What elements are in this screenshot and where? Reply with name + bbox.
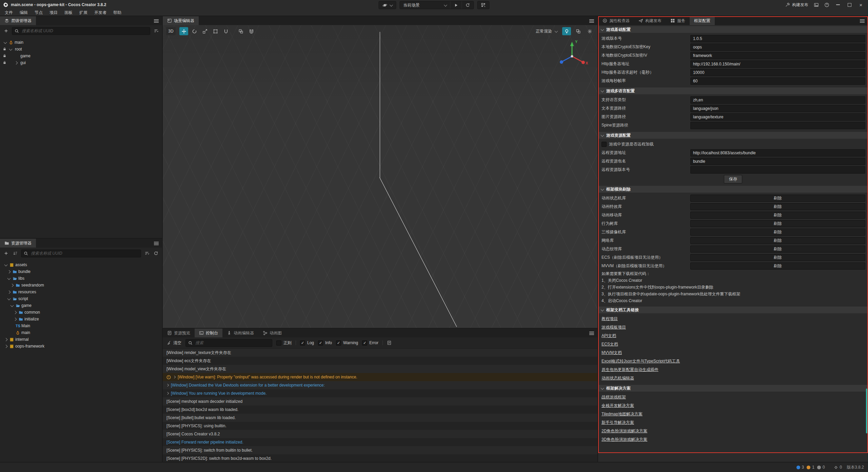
- log-row[interactable]: [Window] You are running Vue in developm…: [163, 389, 597, 397]
- doc-link[interactable]: ECS文档: [601, 341, 618, 347]
- section-header-res[interactable]: 游戏资源配置: [598, 132, 868, 139]
- doc-link[interactable]: 全栈开发解决方案: [601, 403, 634, 409]
- text-input[interactable]: framework: [690, 52, 865, 59]
- tree-item-initialize[interactable]: initialize: [0, 316, 162, 322]
- chevron-down-icon[interactable]: [11, 305, 16, 307]
- section-header-basic[interactable]: 游戏基础配置: [598, 26, 868, 33]
- tab-assets[interactable]: 资源管理器: [0, 239, 36, 248]
- chevron-right-icon[interactable]: [11, 284, 16, 287]
- log-row[interactable]: [Scene] [PHYSICS]: using builtin.: [163, 422, 597, 430]
- log-row[interactable]: [Scene] [PHYSICS2D]: switch from box2d-w…: [163, 454, 597, 462]
- chevron-right-icon[interactable]: [8, 291, 13, 293]
- remove-module-button[interactable]: 剔除: [690, 245, 865, 253]
- text-input[interactable]: http://localhost:8083/assets/bundle: [690, 149, 865, 157]
- text-input[interactable]: 1.0.5: [690, 35, 865, 42]
- refresh-icon[interactable]: [153, 250, 159, 257]
- log-row[interactable]: [Window] model_view文件夹存在: [163, 365, 597, 373]
- tab-plane[interactable]: 构建发布: [634, 16, 666, 25]
- log-row[interactable]: [Scene] meshopt wasm decoder initialized: [163, 397, 597, 406]
- section-header-lang[interactable]: 游戏多语言配置: [598, 87, 868, 94]
- menu-item-4[interactable]: 面板: [61, 10, 76, 16]
- doc-link[interactable]: Excel格式转Json文件与TypeScript代码工具: [601, 358, 680, 364]
- chevron-right-icon[interactable]: [14, 311, 19, 314]
- remove-module-button[interactable]: 剔除: [690, 254, 865, 261]
- panel-menu-icon[interactable]: [154, 19, 159, 23]
- remove-module-button[interactable]: 剔除: [690, 262, 865, 270]
- menu-item-2[interactable]: 节点: [31, 10, 46, 16]
- menu-item-7[interactable]: 帮助: [110, 10, 125, 16]
- tree-item-gui[interactable]: gui: [0, 59, 162, 66]
- text-input[interactable]: bundle: [690, 158, 865, 165]
- log-row[interactable]: [Window] ecs文件夹存在: [163, 357, 597, 365]
- text-input[interactable]: language/texture: [690, 113, 865, 121]
- tab-hierarchy[interactable]: 层级管理器: [0, 16, 36, 25]
- restart-button[interactable]: [462, 1, 474, 9]
- tab-doc[interactable]: 资源预览: [163, 329, 195, 337]
- menu-item-1[interactable]: 编辑: [16, 10, 31, 16]
- platform-select-dropdown[interactable]: [379, 1, 396, 9]
- remote-load-checkbox[interactable]: [601, 142, 607, 147]
- expand-chevron-icon[interactable]: [173, 376, 176, 378]
- help-icon[interactable]: [824, 2, 829, 7]
- axis-gizmo[interactable]: Y X: [556, 39, 588, 71]
- remove-module-button[interactable]: 剔除: [690, 195, 865, 202]
- panel-menu-icon[interactable]: [589, 332, 594, 335]
- console-search-input[interactable]: [195, 340, 270, 346]
- tab-scene-editor[interactable]: 场景编辑器: [163, 16, 199, 25]
- chevron-down-icon[interactable]: [4, 42, 9, 43]
- chevron-right-icon[interactable]: [8, 271, 13, 273]
- tab-framework-config[interactable]: 框架配置: [690, 16, 715, 25]
- rect-tool-button[interactable]: [211, 27, 220, 35]
- close-button[interactable]: ×: [858, 2, 864, 8]
- rotate-tool-button[interactable]: [190, 27, 199, 35]
- magnet-tool-button[interactable]: [247, 27, 256, 35]
- tree-item-resources[interactable]: resources: [0, 289, 162, 295]
- scale-tool-button[interactable]: [200, 27, 209, 35]
- chevron-down-icon[interactable]: [8, 278, 13, 279]
- tab-services[interactable]: 服务: [666, 16, 690, 25]
- remove-module-button[interactable]: 剔除: [690, 212, 865, 219]
- build-publish-button[interactable]: 构建发布: [785, 2, 808, 8]
- tree-item-libs[interactable]: libs: [0, 275, 162, 282]
- tree-item-main[interactable]: main: [0, 329, 162, 336]
- doc-link[interactable]: MVVM文档: [601, 350, 622, 356]
- tree-item-main[interactable]: main: [0, 39, 162, 46]
- text-input[interactable]: 10000: [690, 69, 865, 76]
- panel-menu-icon[interactable]: [589, 19, 594, 23]
- message-count-gray[interactable]: 0: [817, 465, 825, 470]
- filter-checkbox-log[interactable]: ✓Log: [300, 340, 314, 346]
- filter-list-icon[interactable]: [143, 250, 150, 257]
- log-row[interactable]: [Scene] [box2d]:box2d wasm lib loaded.: [163, 406, 597, 414]
- remove-module-button[interactable]: 剔除: [690, 220, 865, 227]
- render-mode-dropdown[interactable]: 正常渲染: [534, 28, 559, 34]
- expand-chevron-icon[interactable]: [166, 384, 169, 387]
- play-button[interactable]: [451, 1, 462, 9]
- text-input[interactable]: oops: [690, 43, 865, 51]
- tab-terminal[interactable]: 控制台: [195, 329, 222, 337]
- scrollbar-thumb[interactable]: [866, 389, 868, 433]
- expand-chevron-icon[interactable]: [166, 392, 169, 395]
- image-preview-icon[interactable]: [814, 2, 819, 7]
- menu-item-6[interactable]: 开发者: [91, 10, 110, 16]
- chevron-right-icon[interactable]: [5, 338, 9, 341]
- sort-icon[interactable]: [12, 250, 19, 257]
- notification-count[interactable]: 0: [834, 465, 842, 470]
- snap-tool-button[interactable]: [236, 27, 245, 35]
- hierarchy-search-input[interactable]: [21, 28, 147, 34]
- move-tool-button[interactable]: [179, 27, 188, 35]
- toggle-3d-button[interactable]: 3D: [166, 27, 176, 35]
- text-input[interactable]: 60: [690, 77, 865, 85]
- tree-item-script[interactable]: script: [0, 295, 162, 302]
- remove-module-button[interactable]: 剔除: [690, 203, 865, 210]
- tree-item-internal[interactable]: internal: [0, 336, 162, 343]
- preview-qr-button[interactable]: [477, 1, 490, 9]
- log-row[interactable]: [Scene] [bullet]:bullet wasm lib loaded.: [163, 414, 597, 422]
- tree-item-Main[interactable]: TSMain: [0, 322, 162, 329]
- add-asset-button[interactable]: [3, 250, 9, 257]
- doc-link[interactable]: 3D角色扮演游戏解决方案: [601, 437, 647, 442]
- chevron-right-icon[interactable]: [14, 318, 19, 320]
- doc-link[interactable]: 教程项目: [601, 316, 618, 322]
- tree-item-oops-framework[interactable]: oops-framework: [0, 343, 162, 350]
- log-row[interactable]: [Scene] Cocos Creator v3.8.2: [163, 430, 597, 438]
- anchor-tool-button[interactable]: [221, 27, 230, 35]
